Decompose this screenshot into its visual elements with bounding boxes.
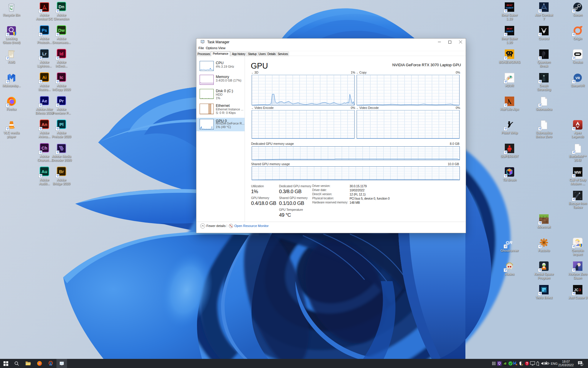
svg-text:BEAT: BEAT <box>507 27 513 30</box>
svg-text:GR: GR <box>506 240 512 245</box>
svg-text:3: 3 <box>579 288 581 292</box>
svg-text:VR: VR <box>575 76 580 80</box>
svg-text:BEAT: BEAT <box>507 4 513 6</box>
svg-text:SABER: SABER <box>506 30 514 33</box>
svg-text:SABER: SABER <box>506 6 514 9</box>
svg-text:1: 1 <box>581 363 582 366</box>
svg-text:JC: JC <box>574 288 579 292</box>
